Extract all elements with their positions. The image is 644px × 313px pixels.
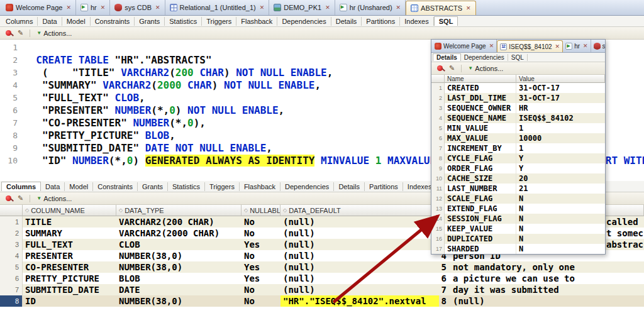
cell-value[interactable]: 31-OCT-17 (516, 83, 605, 93)
cell-name[interactable]: EXTEND_FLAG (445, 204, 516, 214)
close-tab-icon[interactable]: ✕ (155, 4, 160, 11)
cell-column-name[interactable]: SUMMARY (23, 228, 116, 239)
close-tab-icon[interactable]: ✕ (260, 4, 265, 11)
tab-welcome-page[interactable]: Welcome Page✕ (1, 0, 76, 15)
close-tab-icon[interactable]: ✕ (66, 4, 71, 11)
freeze-pin-button[interactable] (4, 195, 13, 202)
tab-iseq-84102[interactable]: ISEQ$$_84102✕ (497, 40, 563, 52)
subtab-sql[interactable]: SQL (434, 16, 458, 26)
subtab-dependencies[interactable]: Dependencies (461, 54, 508, 61)
cell-nullable[interactable]: Yes (242, 273, 280, 284)
subtab-sql[interactable]: SQL (508, 54, 528, 61)
subtab-model[interactable]: Model (62, 17, 91, 26)
freeze-pin-button[interactable] (435, 65, 445, 72)
cell-data-default[interactable]: (null) (280, 261, 439, 273)
property-row[interactable]: 1CREATED31-OCT-17 (431, 83, 605, 93)
subtab-partitions[interactable]: Partitions (362, 17, 400, 26)
property-row[interactable]: 17SHARDEDN (431, 244, 605, 254)
table-row[interactable]: 7SUBMITTED_DATEDATENo(null)7day it was s… (0, 284, 644, 295)
cell-name[interactable]: MIN_VALUE (445, 123, 516, 133)
cell-data-default[interactable]: (null) (280, 284, 439, 295)
edit-button[interactable]: ✎ (16, 29, 25, 37)
property-row[interactable]: 7INCREMENT_BY1 (431, 143, 605, 153)
cell-data-default[interactable]: (null) (280, 228, 439, 239)
cell-value[interactable]: N (516, 194, 605, 204)
cell-column-name[interactable]: TITLE (23, 216, 116, 228)
cell-data-default[interactable]: (null) (280, 273, 439, 284)
subtab-model[interactable]: Model (65, 182, 93, 191)
row-number[interactable]: 10 (431, 173, 445, 184)
cell-name[interactable]: MAX_VALUE (445, 133, 516, 143)
cell-data-default[interactable]: (null) (280, 250, 439, 261)
property-row[interactable]: 11LAST_NUMBER21 (431, 184, 605, 194)
cell-value[interactable]: N (516, 214, 605, 224)
cell-name[interactable]: CACHE_SIZE (445, 173, 516, 184)
tab-sys-cdb[interactable]: sys CDB✕ (110, 0, 165, 15)
tab-welcome-page[interactable]: Welcome Page✕ (432, 40, 497, 52)
subtab-partitions[interactable]: Partitions (365, 182, 403, 191)
cell-data-type[interactable]: NUMBER(38,0) (116, 261, 242, 273)
row-number[interactable]: 1 (0, 216, 23, 228)
property-row[interactable]: 4SEQUENCE_NAMEISEQ$$_84102 (431, 113, 605, 123)
cell-column-name[interactable]: ID (23, 295, 116, 307)
property-row[interactable]: 13EXTEND_FLAGN (431, 204, 605, 214)
row-number[interactable]: 11 (431, 184, 445, 194)
cell-value[interactable]: N (516, 234, 605, 244)
row-number[interactable]: 6 (431, 133, 445, 143)
cell-column-id[interactable]: 5 (439, 261, 448, 273)
subtab-data[interactable]: Data (41, 182, 65, 191)
cell-value[interactable]: 21 (516, 184, 605, 194)
cell-nullable[interactable]: No (242, 295, 280, 307)
property-row[interactable]: 3SEQUENCE_OWNERHR (431, 103, 605, 113)
column-header-nullable[interactable]: ◇NULLABLE (242, 205, 280, 216)
row-number[interactable]: 3 (431, 103, 445, 113)
cell-value[interactable]: HR (516, 103, 605, 113)
cell-name[interactable]: CREATED (445, 83, 516, 93)
row-number[interactable]: 9 (431, 163, 445, 173)
row-number[interactable]: 15 (431, 224, 445, 234)
property-row[interactable]: 16DUPLICATEDN (431, 234, 605, 244)
cell-value[interactable]: N (516, 204, 605, 214)
panel-column-header-value[interactable]: Value (516, 75, 605, 83)
cell-data-default[interactable]: "HR"."ISEQ$$_84102".nextval (280, 295, 439, 307)
cell-data-default[interactable]: (null) (280, 239, 439, 250)
subtab-flashback[interactable]: Flashback (240, 182, 280, 191)
subtab-data[interactable]: Data (38, 17, 62, 26)
cell-nullable[interactable]: No (242, 250, 280, 261)
column-header-data-type[interactable]: ◇DATA_TYPE (116, 205, 242, 216)
actions-button[interactable]: ▼ Actions... (466, 64, 505, 73)
freeze-pin-button[interactable] (4, 30, 13, 36)
subtab-grants[interactable]: Grants (135, 17, 165, 26)
cell-data-type[interactable]: VARCHAR2(200 CHAR) (116, 216, 242, 228)
cell-column-name[interactable]: FULL_TEXT (23, 239, 116, 250)
cell-column-id[interactable]: 7 (439, 284, 448, 295)
close-tab-icon[interactable]: ✕ (466, 5, 471, 11)
cell-column-name[interactable]: CO-PRESENTER (23, 261, 116, 273)
cell-name[interactable]: SHARDED (445, 244, 516, 254)
row-number[interactable]: 8 (431, 153, 445, 163)
cell-name[interactable]: KEEP_VALUE (445, 224, 516, 234)
tab-sys-cd[interactable]: sys CD✕ (591, 40, 605, 52)
panel-column-header-name[interactable]: Name (445, 75, 516, 83)
cell-nullable[interactable]: No (242, 284, 280, 295)
cell-column-name[interactable]: PRETTY_PICTURE (23, 273, 116, 284)
close-tab-icon[interactable]: ✕ (101, 4, 106, 11)
cell-data-type[interactable]: NUMBER(38,0) (116, 250, 242, 261)
subtab-statistics[interactable]: Statistics (168, 182, 205, 191)
cell-value[interactable]: N (516, 244, 605, 254)
subtab-flashback[interactable]: Flashback (236, 17, 277, 26)
cell-data-type[interactable]: BLOB (116, 273, 242, 284)
cell-column-name[interactable]: SUBMITTED_DATE (23, 284, 116, 295)
cell-value[interactable]: 1 (516, 143, 605, 153)
cell-comments[interactable]: not mandatory, only one (448, 261, 644, 273)
cell-name[interactable]: SEQUENCE_NAME (445, 113, 516, 123)
cell-nullable[interactable]: No (242, 216, 280, 228)
actions-button[interactable]: ▼ Actions... (35, 194, 74, 203)
cell-name[interactable]: INCREMENT_BY (445, 143, 516, 153)
cell-name[interactable]: ORDER_FLAG (445, 163, 516, 173)
subtab-details[interactable]: Details (334, 182, 365, 191)
property-row[interactable]: 9ORDER_FLAGY (431, 163, 605, 173)
subtab-triggers[interactable]: Triggers (205, 182, 240, 191)
row-number[interactable]: 13 (431, 204, 445, 214)
cell-data-default[interactable]: (null) (280, 216, 439, 228)
